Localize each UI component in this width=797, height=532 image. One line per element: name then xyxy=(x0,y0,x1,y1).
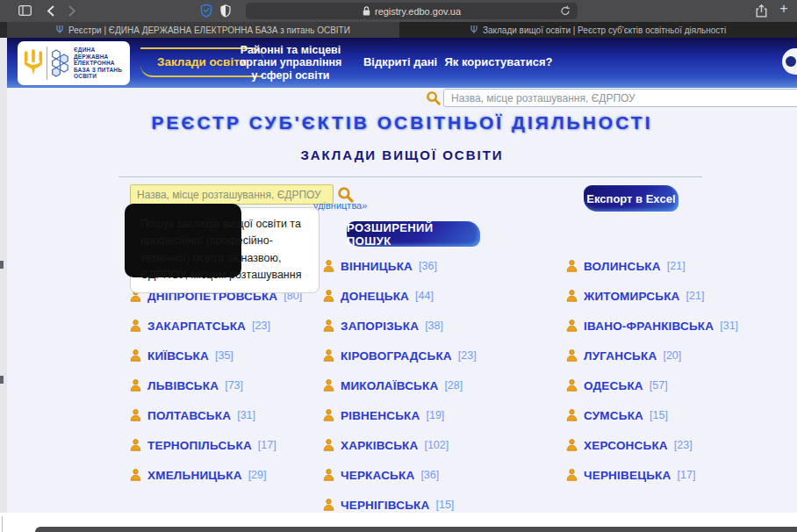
region-link[interactable]: ХЕРСОНСЬКА xyxy=(584,439,668,452)
region-link[interactable]: ЗАКАРПАТСЬКА xyxy=(147,320,246,333)
search-tooltip: Пошук закладів вищої освіти та професійн… xyxy=(130,207,320,293)
region-count: [38] xyxy=(425,320,443,332)
person-icon xyxy=(130,409,141,421)
background-window-edge xyxy=(35,527,797,532)
person-icon xyxy=(323,320,334,332)
region-item[interactable]: ЗАПОРІЗЬКА[38] xyxy=(323,311,566,341)
logo-text: ЄДИНА ДЕРЖАВНА ЕЛЕКТРОННА БАЗА З ПИТАНЬ … xyxy=(74,47,122,80)
region-link[interactable]: ЧЕРКАСЬКА xyxy=(341,469,414,482)
region-link[interactable]: ОДЕСЬКА xyxy=(584,379,643,392)
left-edge-mark xyxy=(0,261,4,269)
extension-shield-icon[interactable] xyxy=(219,3,233,18)
region-count: [31] xyxy=(237,409,255,421)
region-link[interactable]: ВІННИЦЬКА xyxy=(341,260,413,273)
region-link[interactable]: ЖИТОМИРСЬКА xyxy=(584,290,680,303)
region-item[interactable]: ХЕРСОНСЬКА[23] xyxy=(566,430,790,460)
region-item[interactable]: ЖИТОМИРСЬКА[21] xyxy=(566,281,790,311)
tab-favicon-icon xyxy=(56,25,63,34)
region-item[interactable]: ІВАНО-ФРАНКІВСЬКА[31] xyxy=(566,311,790,341)
advanced-search-button[interactable]: РОЗШИРЕНИЙ ПОШУК xyxy=(347,221,480,247)
region-link[interactable]: ПОЛТАВСЬКА xyxy=(147,409,231,422)
person-icon xyxy=(323,349,334,362)
region-link[interactable]: ІВАНО-ФРАНКІВСЬКА xyxy=(584,320,714,333)
person-icon xyxy=(323,379,334,392)
region-item[interactable]: ВІННИЦЬКА[36] xyxy=(323,251,566,281)
region-item[interactable]: ЛУГАНСЬКА[20] xyxy=(566,341,790,370)
region-link[interactable]: КИЇВСЬКА xyxy=(147,349,209,363)
region-item[interactable]: ТЕРНОПІЛЬСЬКА[17] xyxy=(130,430,323,460)
region-item[interactable]: ЗАКАРПАТСЬКА[23] xyxy=(130,311,323,341)
region-item[interactable]: ЛЬВІВСЬКА[73] xyxy=(130,370,323,400)
bottom-left-line xyxy=(2,516,3,532)
region-item[interactable]: РІВНЕНСЬКА[19] xyxy=(323,400,566,430)
sidebar-icon[interactable] xyxy=(16,3,33,18)
region-count: [31] xyxy=(720,320,738,332)
person-icon xyxy=(130,379,141,392)
tab-title: Заклади вищої освіти | Реєстр суб'єктів … xyxy=(483,25,726,35)
region-item[interactable]: МИКОЛАЇВСЬКА[28] xyxy=(323,370,566,400)
forward-icon[interactable] xyxy=(65,3,79,18)
region-count: [44] xyxy=(415,290,434,302)
person-icon xyxy=(566,349,578,362)
region-item[interactable]: ПОЛТАВСЬКА[31] xyxy=(130,400,323,430)
tab-registries[interactable]: Реєстри | ЄДИНА ДЕРЖАВНА ЕЛЕКТРОННА БАЗА… xyxy=(0,22,399,38)
search-example-link[interactable]: удівництва» xyxy=(313,200,367,211)
region-link[interactable]: ЧЕРНІГІВСЬКА xyxy=(341,499,429,512)
content-divider xyxy=(118,176,702,177)
region-count: [73] xyxy=(225,379,243,392)
region-link[interactable]: ВОЛИНСЬКА xyxy=(584,260,661,273)
region-link[interactable]: ХМЕЛЬНИЦЬКА xyxy=(147,469,242,482)
region-item[interactable]: ХАРКІВСЬКА[102] xyxy=(323,430,566,460)
region-item[interactable]: СУМСЬКА[15] xyxy=(566,400,790,430)
region-link[interactable]: МИКОЛАЇВСЬКА xyxy=(341,379,438,392)
person-icon xyxy=(130,469,141,481)
top-search-icon[interactable] xyxy=(426,90,441,109)
nav-item-local-authorities[interactable]: Районні та місцеві органи управління у с… xyxy=(233,38,348,88)
region-count: [17] xyxy=(258,439,276,451)
region-item[interactable]: ЧЕРКАСЬКА[36] xyxy=(323,460,566,490)
region-item[interactable]: ОДЕСЬКА[57] xyxy=(566,370,790,400)
region-link[interactable]: СУМСЬКА xyxy=(584,409,643,422)
nav-item-open-data[interactable]: Відкриті дані xyxy=(356,38,444,88)
region-link[interactable]: ХАРКІВСЬКА xyxy=(341,439,418,452)
privacy-shield-icon[interactable] xyxy=(198,3,214,18)
region-count: [36] xyxy=(419,260,437,272)
region-item[interactable]: КІРОВОГРАДСЬКА[23] xyxy=(323,341,566,370)
main-content: РЕЄСТР СУБ'ЄКТІВ ОСВІТНЬОЇ ДІЯЛЬНОСТІ ЗА… xyxy=(7,88,797,513)
region-link[interactable]: ТЕРНОПІЛЬСЬКА xyxy=(147,439,252,452)
region-item[interactable]: КИЇВСЬКА[35] xyxy=(130,341,323,370)
region-item[interactable]: ЧЕРНІВЕЦЬКА[17] xyxy=(566,460,790,490)
tab-title: Реєстри | ЄДИНА ДЕРЖАВНА ЕЛЕКТРОННА БАЗА… xyxy=(68,25,350,35)
nav-item-how-to-use[interactable]: Як користуватися? xyxy=(442,38,556,88)
region-item[interactable]: ДОНЕЦЬКА[44] xyxy=(323,281,566,311)
person-icon xyxy=(566,409,578,421)
region-link[interactable]: РІВНЕНСЬКА xyxy=(341,409,420,422)
share-icon[interactable] xyxy=(753,3,769,18)
region-link[interactable]: КІРОВОГРАДСЬКА xyxy=(341,349,452,363)
region-count: [20] xyxy=(663,349,681,362)
reload-icon[interactable] xyxy=(560,5,571,18)
region-item[interactable]: ВОЛИНСЬКА[21] xyxy=(566,251,790,281)
person-icon xyxy=(323,439,334,451)
tab-higher-education[interactable]: Заклади вищої освіти | Реєстр суб'єктів … xyxy=(399,22,797,38)
region-link[interactable]: ЛЬВІВСЬКА xyxy=(147,379,219,392)
export-excel-button[interactable]: Експорт в Excel xyxy=(584,185,679,212)
region-item[interactable]: ХМЕЛЬНИЦЬКА[29] xyxy=(130,460,323,490)
site-header: ЄДИНА ДЕРЖАВНА ЕЛЕКТРОННА БАЗА З ПИТАНЬ … xyxy=(7,38,797,88)
registry-search-input[interactable] xyxy=(130,184,334,205)
header-partial-icon[interactable] xyxy=(782,48,797,75)
region-link[interactable]: ДОНЕЦЬКА xyxy=(341,290,409,303)
top-search-input[interactable] xyxy=(443,89,797,107)
region-link[interactable]: ЧЕРНІВЕЦЬКА xyxy=(584,469,671,482)
region-link[interactable]: ЛУГАНСЬКА xyxy=(584,349,657,363)
address-bar[interactable]: registry.edbo.gov.ua xyxy=(246,3,578,19)
person-icon xyxy=(130,439,141,451)
person-icon xyxy=(566,469,578,481)
new-tab-button[interactable]: + xyxy=(776,1,792,17)
region-link[interactable]: ЗАПОРІЗЬКА xyxy=(341,320,419,333)
page-title: РЕЄСТР СУБ'ЄКТІВ ОСВІТНЬОЇ ДІЯЛЬНОСТІ xyxy=(7,112,797,133)
region-count: [35] xyxy=(215,349,233,362)
back-icon[interactable] xyxy=(43,3,57,18)
edbo-logo[interactable]: ЄДИНА ДЕРЖАВНА ЕЛЕКТРОННА БАЗА З ПИТАНЬ … xyxy=(18,41,130,85)
person-icon xyxy=(566,260,578,272)
